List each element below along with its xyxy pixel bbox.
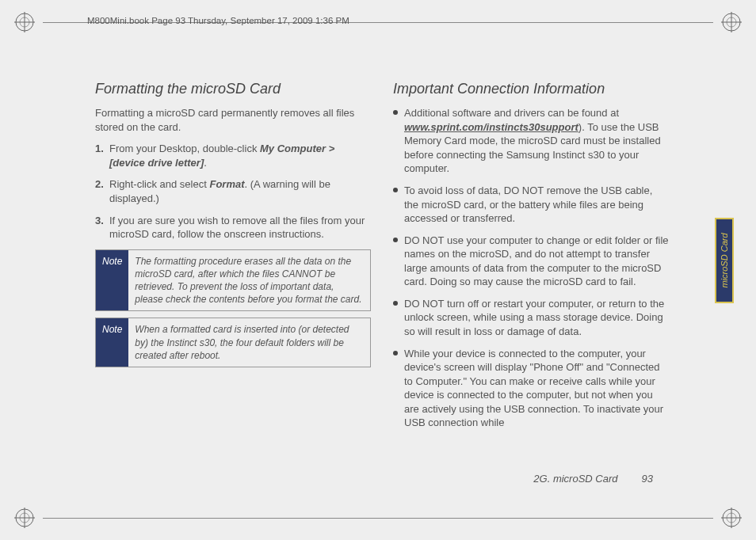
step-1: From your Desktop, double-click My Compu… <box>109 142 371 169</box>
registration-mark-icon <box>721 12 742 32</box>
bullet-1-text: Additional software and drivers can be f… <box>404 107 619 119</box>
bullet-5: While your device is connected to the co… <box>404 347 669 430</box>
column-right: Important Connection Information Additio… <box>393 79 669 485</box>
crop-line <box>43 518 713 519</box>
step-3: If you are sure you wish to remove all t… <box>109 214 371 241</box>
registration-mark-icon <box>721 508 742 528</box>
step-1-text: From your Desktop, double-click <box>109 143 260 154</box>
note-2-body: When a formatted card is inserted into (… <box>128 318 370 367</box>
intro-text: Formatting a microSD card permanently re… <box>95 106 371 134</box>
cropmark-bottom <box>0 502 756 534</box>
book-page-info: M800Mini.book Page 93 Thursday, Septembe… <box>87 16 349 25</box>
note-box-2: Note When a formatted card is inserted i… <box>95 318 371 367</box>
footer-section: 2G. microSD Card <box>533 473 617 485</box>
page-content: Formatting the microSD Card Formatting a… <box>48 40 708 500</box>
heading-formatting: Formatting the microSD Card <box>95 79 371 98</box>
bullet-1: Additional software and drivers can be f… <box>404 106 669 176</box>
registration-mark-icon <box>14 508 35 528</box>
step-1-tail: . <box>204 157 207 169</box>
registration-mark-icon <box>14 12 35 32</box>
note-label: Note <box>96 318 128 367</box>
note-box-1: Note The formatting procedure erases all… <box>95 249 371 312</box>
bullet-3: DO NOT use your computer to change or ed… <box>404 234 669 289</box>
section-tab-label: microSD Card <box>720 233 729 287</box>
note-label: Note <box>96 250 128 311</box>
step-2-command: Format <box>209 178 244 190</box>
step-2-text: Right-click and select <box>109 178 209 190</box>
heading-connection: Important Connection Information <box>393 79 669 98</box>
step-2: Right-click and select Format. (A warnin… <box>109 177 371 205</box>
footer-page-number: 93 <box>642 473 653 485</box>
section-tab: microSD Card <box>715 218 734 303</box>
page-footer: 2G. microSD Card 93 <box>533 473 653 485</box>
bullet-4: DO NOT turn off or restart your computer… <box>404 297 669 339</box>
bullet-2: To avoid loss of data, DO NOT remove the… <box>404 184 669 226</box>
column-left: Formatting the microSD Card Formatting a… <box>95 79 371 485</box>
note-1-body: The formatting procedure erases all the … <box>128 250 370 311</box>
bullet-1-url: www.sprint.com/instincts30support <box>404 121 578 133</box>
